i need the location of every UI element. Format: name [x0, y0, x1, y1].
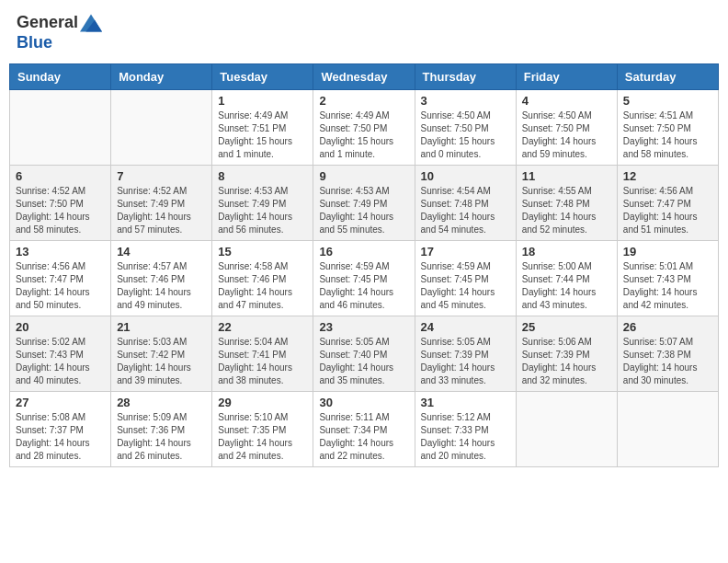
day-number: 23	[319, 320, 408, 334]
day-info: Sunrise: 5:04 AM Sunset: 7:41 PM Dayligh…	[218, 336, 307, 387]
calendar-day-cell: 7Sunrise: 4:52 AM Sunset: 7:49 PM Daylig…	[111, 166, 212, 241]
day-number: 10	[421, 169, 510, 183]
calendar-day-cell	[10, 90, 111, 166]
calendar-day-cell: 22Sunrise: 5:04 AM Sunset: 7:41 PM Dayli…	[212, 316, 313, 392]
calendar-day-cell: 14Sunrise: 4:57 AM Sunset: 7:46 PM Dayli…	[111, 241, 212, 316]
calendar-day-cell: 13Sunrise: 4:56 AM Sunset: 7:47 PM Dayli…	[10, 241, 111, 316]
day-info: Sunrise: 4:53 AM Sunset: 7:49 PM Dayligh…	[319, 185, 408, 236]
calendar-day-cell: 3Sunrise: 4:50 AM Sunset: 7:50 PM Daylig…	[415, 90, 516, 166]
day-number: 16	[319, 245, 408, 259]
day-header-monday: Monday	[111, 64, 212, 90]
logo-general: General	[17, 13, 78, 31]
day-info: Sunrise: 5:12 AM Sunset: 7:33 PM Dayligh…	[421, 411, 510, 463]
calendar-day-cell: 11Sunrise: 4:55 AM Sunset: 7:48 PM Dayli…	[516, 166, 617, 241]
calendar-day-cell: 21Sunrise: 5:03 AM Sunset: 7:42 PM Dayli…	[111, 316, 212, 392]
day-number: 26	[623, 320, 712, 334]
day-header-sunday: Sunday	[10, 64, 111, 90]
day-number: 11	[522, 169, 611, 183]
calendar-day-cell: 20Sunrise: 5:02 AM Sunset: 7:43 PM Dayli…	[10, 316, 111, 392]
day-info: Sunrise: 4:49 AM Sunset: 7:50 PM Dayligh…	[319, 109, 408, 161]
calendar-header-row: SundayMondayTuesdayWednesdayThursdayFrid…	[10, 64, 719, 90]
day-info: Sunrise: 5:03 AM Sunset: 7:42 PM Dayligh…	[117, 336, 206, 387]
day-info: Sunrise: 4:50 AM Sunset: 7:50 PM Dayligh…	[522, 109, 611, 161]
day-number: 7	[117, 169, 206, 183]
day-number: 6	[16, 169, 105, 183]
day-number: 3	[421, 94, 510, 108]
day-info: Sunrise: 4:55 AM Sunset: 7:48 PM Dayligh…	[522, 185, 611, 236]
day-number: 21	[117, 320, 206, 334]
day-number: 13	[16, 245, 105, 259]
calendar-table: SundayMondayTuesdayWednesdayThursdayFrid…	[9, 63, 719, 467]
calendar-day-cell: 12Sunrise: 4:56 AM Sunset: 7:47 PM Dayli…	[617, 166, 718, 241]
calendar-day-cell: 23Sunrise: 5:05 AM Sunset: 7:40 PM Dayli…	[313, 316, 415, 392]
calendar-week-row: 1Sunrise: 4:49 AM Sunset: 7:51 PM Daylig…	[10, 90, 719, 166]
day-info: Sunrise: 4:56 AM Sunset: 7:47 PM Dayligh…	[623, 185, 712, 236]
day-number: 20	[16, 320, 105, 334]
calendar-day-cell: 5Sunrise: 4:51 AM Sunset: 7:50 PM Daylig…	[617, 90, 718, 166]
calendar-day-cell: 27Sunrise: 5:08 AM Sunset: 7:37 PM Dayli…	[10, 392, 111, 467]
day-number: 2	[319, 94, 408, 108]
calendar-day-cell: 24Sunrise: 5:05 AM Sunset: 7:39 PM Dayli…	[415, 316, 516, 392]
calendar-day-cell: 25Sunrise: 5:06 AM Sunset: 7:39 PM Dayli…	[516, 316, 617, 392]
day-info: Sunrise: 5:08 AM Sunset: 7:37 PM Dayligh…	[16, 411, 105, 463]
day-info: Sunrise: 5:06 AM Sunset: 7:39 PM Dayligh…	[522, 336, 611, 387]
day-header-thursday: Thursday	[415, 64, 516, 90]
day-info: Sunrise: 4:49 AM Sunset: 7:51 PM Dayligh…	[218, 109, 307, 161]
day-number: 15	[218, 245, 307, 259]
calendar-day-cell	[617, 392, 718, 467]
day-info: Sunrise: 4:56 AM Sunset: 7:47 PM Dayligh…	[16, 260, 105, 312]
day-number: 24	[421, 320, 510, 334]
calendar-week-row: 27Sunrise: 5:08 AM Sunset: 7:37 PM Dayli…	[10, 392, 719, 467]
calendar-week-row: 13Sunrise: 4:56 AM Sunset: 7:47 PM Dayli…	[10, 241, 719, 316]
calendar-day-cell: 29Sunrise: 5:10 AM Sunset: 7:35 PM Dayli…	[212, 392, 313, 467]
day-number: 29	[218, 396, 307, 409]
page-header: General Blue	[9, 9, 719, 56]
day-number: 5	[623, 94, 712, 108]
calendar-day-cell	[111, 90, 212, 166]
calendar-day-cell: 6Sunrise: 4:52 AM Sunset: 7:50 PM Daylig…	[10, 166, 111, 241]
day-number: 27	[16, 396, 105, 409]
calendar-day-cell: 4Sunrise: 4:50 AM Sunset: 7:50 PM Daylig…	[516, 90, 617, 166]
day-info: Sunrise: 5:02 AM Sunset: 7:43 PM Dayligh…	[16, 336, 105, 387]
calendar-day-cell: 26Sunrise: 5:07 AM Sunset: 7:38 PM Dayli…	[617, 316, 718, 392]
day-info: Sunrise: 4:58 AM Sunset: 7:46 PM Dayligh…	[218, 260, 307, 312]
day-number: 1	[218, 94, 307, 108]
day-number: 14	[117, 245, 206, 259]
day-info: Sunrise: 4:59 AM Sunset: 7:45 PM Dayligh…	[421, 260, 510, 312]
day-info: Sunrise: 5:10 AM Sunset: 7:35 PM Dayligh…	[218, 411, 307, 463]
day-number: 18	[522, 245, 611, 259]
calendar-day-cell	[516, 392, 617, 467]
day-number: 17	[421, 245, 510, 259]
calendar-day-cell: 16Sunrise: 4:59 AM Sunset: 7:45 PM Dayli…	[313, 241, 415, 316]
day-number: 8	[218, 169, 307, 183]
day-header-wednesday: Wednesday	[313, 64, 415, 90]
day-info: Sunrise: 5:01 AM Sunset: 7:43 PM Dayligh…	[623, 260, 712, 312]
day-info: Sunrise: 5:11 AM Sunset: 7:34 PM Dayligh…	[319, 411, 408, 463]
day-number: 12	[623, 169, 712, 183]
day-number: 22	[218, 320, 307, 334]
day-info: Sunrise: 5:05 AM Sunset: 7:39 PM Dayligh…	[421, 336, 510, 387]
day-info: Sunrise: 4:59 AM Sunset: 7:45 PM Dayligh…	[319, 260, 408, 312]
day-header-tuesday: Tuesday	[212, 64, 313, 90]
logo: General Blue	[17, 13, 104, 52]
calendar-day-cell: 1Sunrise: 4:49 AM Sunset: 7:51 PM Daylig…	[212, 90, 313, 166]
calendar-day-cell: 28Sunrise: 5:09 AM Sunset: 7:36 PM Dayli…	[111, 392, 212, 467]
calendar-day-cell: 15Sunrise: 4:58 AM Sunset: 7:46 PM Dayli…	[212, 241, 313, 316]
day-info: Sunrise: 4:50 AM Sunset: 7:50 PM Dayligh…	[421, 109, 510, 161]
day-info: Sunrise: 5:00 AM Sunset: 7:44 PM Dayligh…	[522, 260, 611, 312]
day-info: Sunrise: 4:51 AM Sunset: 7:50 PM Dayligh…	[623, 109, 712, 161]
day-info: Sunrise: 5:07 AM Sunset: 7:38 PM Dayligh…	[623, 336, 712, 387]
day-number: 9	[319, 169, 408, 183]
day-number: 19	[623, 245, 712, 259]
calendar-day-cell: 10Sunrise: 4:54 AM Sunset: 7:48 PM Dayli…	[415, 166, 516, 241]
calendar-day-cell: 17Sunrise: 4:59 AM Sunset: 7:45 PM Dayli…	[415, 241, 516, 316]
day-number: 25	[522, 320, 611, 334]
calendar-week-row: 6Sunrise: 4:52 AM Sunset: 7:50 PM Daylig…	[10, 166, 719, 241]
day-number: 31	[421, 396, 510, 409]
day-info: Sunrise: 4:53 AM Sunset: 7:49 PM Dayligh…	[218, 185, 307, 236]
day-number: 30	[319, 396, 408, 409]
calendar-day-cell: 30Sunrise: 5:11 AM Sunset: 7:34 PM Dayli…	[313, 392, 415, 467]
calendar-day-cell: 18Sunrise: 5:00 AM Sunset: 7:44 PM Dayli…	[516, 241, 617, 316]
calendar-day-cell: 31Sunrise: 5:12 AM Sunset: 7:33 PM Dayli…	[415, 392, 516, 467]
calendar-day-cell: 19Sunrise: 5:01 AM Sunset: 7:43 PM Dayli…	[617, 241, 718, 316]
